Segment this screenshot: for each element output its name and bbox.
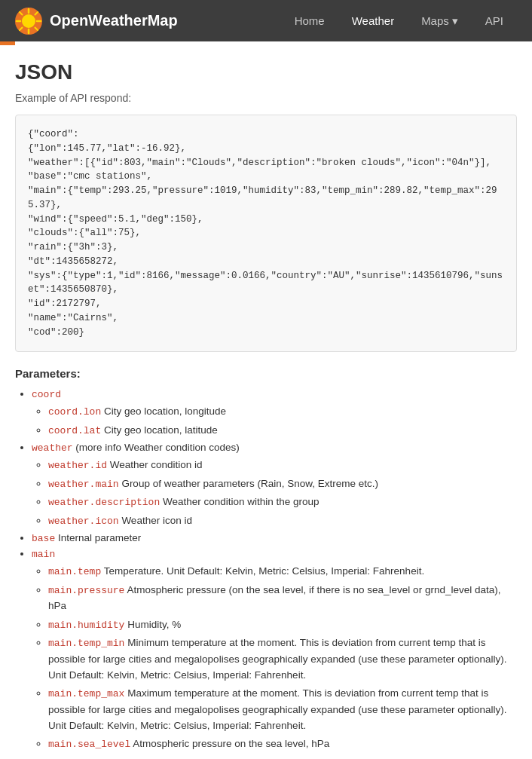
param-desc: (more info Weather condition codes) bbox=[73, 442, 240, 453]
sub-param-desc: Humidity, % bbox=[124, 619, 181, 630]
sub-param-key: main.temp_min bbox=[48, 638, 124, 649]
nav-maps[interactable]: Maps ▾ bbox=[408, 0, 472, 41]
param-list: coordcoord.lon City geo location, longit… bbox=[15, 387, 517, 759]
sub-param-key: weather.description bbox=[48, 497, 160, 508]
sub-param-desc: City geo location, latitude bbox=[101, 424, 218, 436]
sub-param-desc: Weather condition within the group bbox=[160, 496, 319, 507]
sub-param-list: coord.lon City geo location, longitudeco… bbox=[32, 403, 517, 438]
sub-param-desc: Temperature. Unit Default: Kelvin, Metri… bbox=[101, 565, 424, 577]
brand-link[interactable]: OpenWeatherMap bbox=[15, 8, 178, 35]
sub-param-desc: Weather condition id bbox=[107, 459, 203, 470]
params-heading: Parameters: bbox=[15, 367, 517, 380]
page-title: JSON bbox=[15, 60, 517, 84]
sub-param-key: main.pressure bbox=[48, 585, 124, 596]
code-block: {"coord": {"lon":145.77,"lat":-16.92}, "… bbox=[15, 115, 517, 352]
param-item: coordcoord.lon City geo location, longit… bbox=[32, 387, 517, 438]
sub-param-item: main.humidity Humidity, % bbox=[48, 617, 517, 633]
param-key: coord bbox=[32, 389, 61, 400]
nav-home[interactable]: Home bbox=[281, 0, 338, 41]
sub-param-list: weather.id Weather condition idweather.m… bbox=[32, 457, 517, 528]
sub-param-item: weather.icon Weather icon id bbox=[48, 513, 517, 529]
sub-param-key: weather.main bbox=[48, 479, 119, 490]
sub-param-key: main.humidity bbox=[48, 620, 124, 631]
svg-point-1 bbox=[22, 14, 35, 28]
sub-param-item: main.temp_max Maximum temperature at the… bbox=[48, 685, 517, 733]
nav-links: Home Weather Maps ▾ API bbox=[281, 0, 517, 41]
sub-param-list: main.temp Temperature. Unit Default: Kel… bbox=[32, 563, 517, 759]
sub-param-desc: Atmospheric pressure on the sea level, h… bbox=[130, 738, 329, 749]
sub-param-key: coord.lon bbox=[48, 406, 101, 418]
nav-maps-label: Maps bbox=[421, 14, 449, 27]
main-content: JSON Example of API respond: {"coord": {… bbox=[0, 45, 532, 759]
sub-param-item: main.sea_level Atmospheric pressure on t… bbox=[48, 736, 517, 752]
sub-param-desc: Weather icon id bbox=[119, 515, 192, 526]
nav-api[interactable]: API bbox=[472, 0, 517, 41]
sub-param-item: main.pressure Atmospheric pressure (on t… bbox=[48, 582, 517, 614]
param-desc: Internal parameter bbox=[55, 532, 141, 543]
param-key: weather bbox=[32, 442, 73, 454]
sub-param-desc: City geo location, longitude bbox=[101, 406, 226, 417]
sub-param-item: weather.id Weather condition id bbox=[48, 457, 517, 473]
chevron-down-icon: ▾ bbox=[452, 14, 458, 28]
sub-param-item: weather.main Group of weather parameters… bbox=[48, 476, 517, 492]
param-key: base bbox=[32, 533, 55, 544]
navbar: OpenWeatherMap Home Weather Maps ▾ API bbox=[0, 0, 532, 41]
sub-param-item: main.grnd_level Atmospheric pressure on … bbox=[48, 754, 517, 760]
sub-param-item: weather.description Weather condition wi… bbox=[48, 494, 517, 510]
sub-param-key: main.temp_max bbox=[48, 688, 124, 699]
sub-param-desc: Atmospheric pressure on the ground level… bbox=[136, 757, 350, 760]
sub-param-key: weather.icon bbox=[48, 516, 119, 527]
param-item: weather (more info Weather condition cod… bbox=[32, 441, 517, 528]
sub-param-item: coord.lon City geo location, longitude bbox=[48, 403, 517, 420]
sub-param-key: coord.lat bbox=[48, 425, 101, 436]
sub-param-item: main.temp_min Minimum temperature at the… bbox=[48, 635, 517, 683]
param-key: main bbox=[32, 549, 55, 560]
sub-param-key: main.temp bbox=[48, 566, 101, 577]
param-item: mainmain.temp Temperature. Unit Default:… bbox=[32, 547, 517, 759]
sub-param-desc: Group of weather parameters (Rain, Snow,… bbox=[119, 478, 378, 489]
sub-param-item: coord.lat City geo location, latitude bbox=[48, 422, 517, 439]
brand-name: OpenWeatherMap bbox=[50, 12, 178, 29]
sub-param-key: main.sea_level bbox=[48, 739, 130, 750]
nav-weather[interactable]: Weather bbox=[338, 0, 408, 41]
sub-param-item: main.temp Temperature. Unit Default: Kel… bbox=[48, 563, 517, 580]
brand-logo-icon bbox=[15, 8, 42, 35]
sub-param-key: weather.id bbox=[48, 460, 107, 471]
api-subtitle: Example of API respond: bbox=[15, 92, 517, 104]
param-item: base Internal parameter bbox=[32, 531, 517, 544]
